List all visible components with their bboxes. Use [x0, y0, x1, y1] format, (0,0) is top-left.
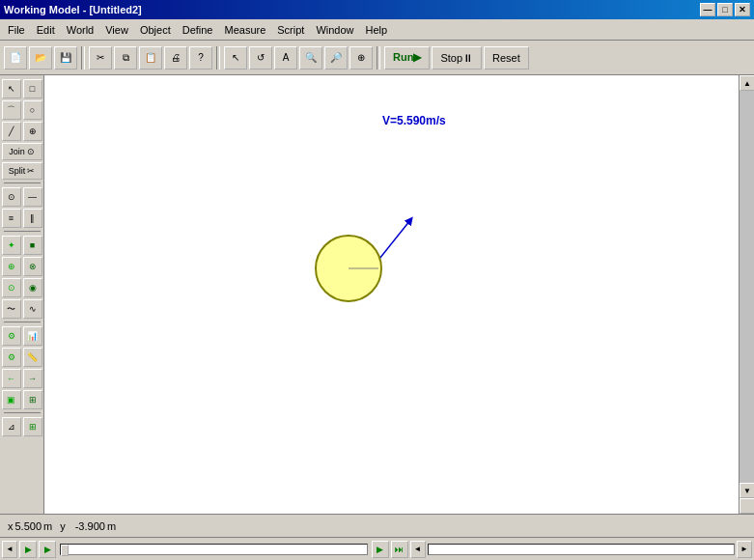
anchor-tool[interactable]: ⊕ — [23, 122, 42, 141]
zoom-out-tool[interactable]: 🔎 — [324, 46, 348, 70]
spring-tool[interactable]: — — [23, 187, 42, 207]
snap-tool[interactable]: ⊿ — [2, 417, 21, 436]
menu-define[interactable]: Define — [177, 22, 219, 38]
tool-row-5: ⊙ — — [2, 187, 42, 207]
timeline-scroll-right[interactable]: ► — [737, 541, 752, 558]
joint-tool[interactable]: ‖ — [23, 209, 42, 228]
main-area: ↖ □ ⌒ ○ ╱ ⊕ Join ⊙ Split ✂ ⊙ — ≡ ‖ — [0, 75, 754, 514]
tool-row-8: ⊕ ⊗ — [2, 257, 42, 276]
motor-tool[interactable]: ⚙ — [2, 326, 21, 346]
timeline-track[interactable] — [60, 544, 368, 555]
velocity-label: V=5.590m/s — [382, 114, 446, 127]
cut-button[interactable]: ✂ — [89, 46, 112, 70]
status-bar: x 5.500 m y -3.900 m — [0, 514, 754, 537]
curve-tool[interactable]: ⌒ — [2, 100, 21, 120]
timeline-step-forward[interactable]: ▶ — [372, 541, 389, 558]
menu-object[interactable]: Object — [134, 22, 177, 38]
left-toolbar: ↖ □ ⌒ ○ ╱ ⊕ Join ⊙ Split ✂ ⊙ — ≡ ‖ — [0, 75, 44, 514]
y-unit: m — [107, 520, 116, 532]
menu-edit[interactable]: Edit — [31, 22, 61, 38]
paste-button[interactable]: 📋 — [139, 46, 162, 70]
menu-script[interactable]: Script — [271, 22, 310, 38]
left-sep4 — [4, 412, 41, 414]
resize-grip[interactable] — [740, 498, 754, 514]
green-tool5[interactable]: ⊙ — [2, 278, 21, 297]
rotate-tool[interactable]: ↺ — [249, 46, 272, 70]
bottom-controls: ◄ ▶ ▶ ▶ ⏭ ◄ ► — [0, 537, 754, 560]
menu-world[interactable]: World — [61, 22, 100, 38]
tool-row-2: ⌒ ○ — [2, 100, 42, 120]
open-button[interactable]: 📂 — [29, 46, 52, 70]
y-label: y — [60, 520, 66, 532]
save-button[interactable]: 💾 — [54, 46, 77, 70]
split-label: Split — [9, 166, 26, 176]
input-tool[interactable]: ▣ — [2, 390, 21, 409]
close-button[interactable]: ✕ — [735, 3, 750, 16]
menu-window[interactable]: Window — [310, 22, 359, 38]
play-button[interactable]: ▶ — [19, 541, 37, 558]
run-button[interactable]: Run▶ — [384, 46, 430, 70]
scroll-down-button[interactable]: ▼ — [740, 483, 754, 498]
title-bar: Working Model - [Untitled2] — □ ✕ — [0, 0, 754, 19]
new-button[interactable]: 📄 — [4, 46, 27, 70]
output-tool[interactable]: ⊞ — [23, 390, 42, 409]
menu-view[interactable]: View — [99, 22, 134, 38]
timeline-thumb[interactable] — [61, 545, 69, 556]
menu-measure[interactable]: Measure — [218, 22, 271, 38]
damper-tool[interactable]: ≡ — [2, 209, 21, 228]
arrow-left-tool[interactable]: ← — [2, 369, 21, 388]
reset-button[interactable]: Reset — [484, 46, 529, 70]
arrow-right-tool[interactable]: → — [23, 369, 42, 388]
timeline-scroll-left[interactable]: ◄ — [410, 541, 426, 558]
wave-tool[interactable]: 〜 — [2, 299, 21, 319]
green-tool6[interactable]: ◉ — [23, 278, 42, 297]
grid-tool[interactable]: ⊞ — [23, 417, 42, 436]
stop-button[interactable]: Stop⏸ — [432, 46, 482, 70]
zoom-in-tool[interactable]: 🔍 — [299, 46, 322, 70]
maximize-button[interactable]: □ — [717, 3, 733, 16]
green-tool1[interactable]: ✦ — [2, 236, 21, 255]
tool-row-1: ↖ □ — [2, 79, 42, 98]
wave-tool2[interactable]: ∿ — [23, 299, 42, 319]
toolbar: 📄 📂 💾 ✂ ⧉ 📋 🖨 ? ↖ ↺ A 🔍 🔎 ⊕ Run▶ Stop⏸ R… — [0, 41, 754, 75]
minimize-button[interactable]: — — [700, 3, 715, 16]
menu-help[interactable]: Help — [360, 22, 394, 38]
green-tool2[interactable]: ■ — [23, 236, 42, 255]
help-button[interactable]: ? — [189, 46, 212, 70]
timeline-scroll-track[interactable] — [428, 544, 736, 555]
tool-row-6: ≡ ‖ — [2, 209, 42, 228]
rect-tool[interactable]: □ — [23, 79, 42, 98]
line-tool[interactable]: ╱ — [2, 122, 21, 141]
copy-button[interactable]: ⧉ — [114, 46, 137, 70]
zoom-fit-tool[interactable]: ⊕ — [349, 46, 373, 70]
print-button[interactable]: 🖨 — [164, 46, 187, 70]
join-button[interactable]: Join ⊙ — [2, 143, 42, 160]
forward-play-button[interactable]: ▶ — [39, 541, 56, 558]
toolbar-sep2 — [216, 46, 220, 70]
green-tool3[interactable]: ⊕ — [2, 257, 21, 276]
measure-tool[interactable]: 📏 — [23, 348, 42, 367]
select-tool[interactable]: ↖ — [224, 46, 247, 70]
force-tool[interactable]: ⊙ — [2, 187, 21, 207]
green-tool4[interactable]: ⊗ — [23, 257, 42, 276]
canvas-area: V=5.590m/s — [44, 75, 739, 514]
scroll-track-v[interactable] — [740, 91, 754, 483]
title-text: Working Model - [Untitled2] — [4, 4, 142, 15]
scroll-up-button[interactable]: ▲ — [740, 75, 754, 91]
circle-tool[interactable]: ○ — [23, 100, 42, 120]
gear-tool[interactable]: ⚙ — [2, 348, 21, 367]
x-unit: m — [43, 520, 52, 532]
tool-row-7: ✦ ■ — [2, 236, 42, 255]
split-button[interactable]: Split ✂ — [2, 162, 42, 180]
pointer-tool[interactable]: ↖ — [2, 79, 21, 98]
tool-row-10: 〜 ∿ — [2, 299, 42, 319]
menu-file[interactable]: File — [2, 22, 31, 38]
timeline-left-button[interactable]: ◄ — [2, 541, 17, 558]
text-tool[interactable]: A — [274, 46, 297, 70]
chart-tool[interactable]: 📊 — [23, 326, 42, 346]
tool-row-12: ⚙ 📏 — [2, 348, 42, 367]
tool-row-14: ▣ ⊞ — [2, 390, 42, 409]
timeline-end[interactable]: ⏭ — [391, 541, 408, 558]
tool-row-13: ← → — [2, 369, 42, 388]
split-icon: ✂ — [27, 166, 35, 176]
